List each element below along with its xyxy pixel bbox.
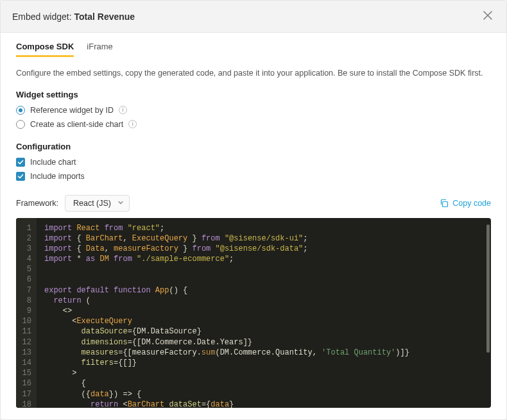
scrollbar-thumb[interactable] [486, 224, 490, 353]
framework-label: Framework: [16, 199, 58, 208]
modal-title-name: Total Revenue [74, 12, 135, 22]
framework-select[interactable]: React (JS) [65, 195, 130, 212]
close-icon [483, 11, 492, 20]
modal-title-prefix: Embed widget: [12, 12, 74, 22]
option-label: Include chart [30, 158, 76, 167]
embed-widget-modal: Embed widget: Total Revenue Compose SDK … [0, 0, 507, 420]
widget-settings-header: Widget settings [16, 90, 491, 99]
copy-code-button[interactable]: Copy code [440, 199, 491, 208]
code-content: import React from "react"; import { BarC… [37, 218, 491, 408]
radio-icon [16, 120, 25, 129]
modal-header: Embed widget: Total Revenue [1, 1, 506, 33]
tab-compose-sdk[interactable]: Compose SDK [16, 42, 74, 57]
radio-icon [16, 106, 25, 115]
framework-left: Framework: React (JS) [16, 195, 130, 212]
code-gutter: 1234567891011121314151617181920212223242… [16, 218, 37, 408]
tabs: Compose SDK iFrame [16, 42, 491, 58]
checkbox-icon [16, 158, 25, 167]
code-block[interactable]: 1234567891011121314151617181920212223242… [16, 218, 491, 408]
info-icon[interactable]: i [119, 106, 127, 114]
option-label: Include imports [30, 172, 85, 181]
tab-iframe[interactable]: iFrame [87, 42, 112, 57]
info-icon[interactable]: i [128, 120, 137, 128]
option-include-imports[interactable]: Include imports [16, 172, 491, 181]
option-label: Create as client-side chart [30, 120, 123, 129]
framework-selected-value: React (JS) [73, 199, 111, 208]
copy-code-label: Copy code [452, 199, 491, 208]
modal-body: Compose SDK iFrame Configure the embed s… [1, 33, 506, 419]
option-label: Reference widget by ID [30, 106, 114, 115]
checkbox-icon [16, 172, 25, 181]
option-reference-by-id[interactable]: Reference widget by ID i [16, 106, 491, 115]
svg-rect-0 [443, 201, 448, 206]
option-client-side-chart[interactable]: Create as client-side chart i [16, 120, 491, 129]
configuration-section: Configuration Include chart Include impo… [16, 142, 491, 186]
close-button[interactable] [481, 8, 495, 24]
option-include-chart[interactable]: Include chart [16, 158, 491, 167]
widget-settings-section: Widget settings Reference widget by ID i… [16, 90, 491, 134]
chevron-down-icon [117, 199, 124, 208]
description-text: Configure the embed settings, copy the g… [16, 68, 491, 80]
modal-title: Embed widget: Total Revenue [12, 12, 135, 22]
copy-icon [440, 199, 449, 208]
framework-row: Framework: React (JS) Copy code [16, 195, 491, 212]
configuration-header: Configuration [16, 142, 491, 151]
